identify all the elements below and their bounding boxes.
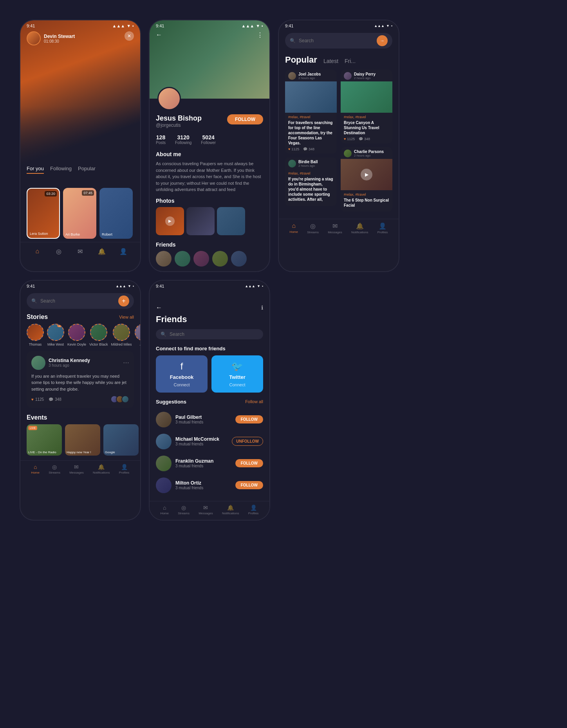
back-button[interactable]: ← xyxy=(156,31,162,38)
nav-home[interactable]: ⌂ Home xyxy=(290,222,298,234)
photo-1[interactable]: ▶ xyxy=(156,207,184,235)
nav-home[interactable]: ⌂ Home xyxy=(161,505,169,515)
tab-friends[interactable]: Fri... xyxy=(345,55,356,65)
nav-home[interactable]: ⌂ xyxy=(31,245,43,257)
photos-grid: ▶ xyxy=(156,207,263,235)
story-mildred[interactable]: Mildred Miles xyxy=(111,324,132,346)
friend-4[interactable] xyxy=(212,251,228,267)
follow-button[interactable]: FOLLOW xyxy=(227,114,263,124)
nav-notifications[interactable]: 🔔 xyxy=(96,245,108,257)
bell-icon: 🔔 xyxy=(227,505,234,511)
more-button[interactable]: ⋯ xyxy=(123,359,129,366)
profile-icon: 👤 xyxy=(121,464,128,470)
connect-row: f Facebook Connect 🐦 Twitter Connect xyxy=(150,355,269,399)
video-item-2[interactable]: 07:45 Ari Burke xyxy=(63,188,96,239)
search-bar[interactable]: 🔍 + xyxy=(27,293,134,309)
nav-profiles-label: Profiles xyxy=(119,471,130,474)
tab-popular[interactable]: Popular xyxy=(285,55,317,65)
nav-notifications[interactable]: 🔔 Notifications xyxy=(222,505,239,515)
friend-2[interactable] xyxy=(175,251,190,267)
friend-5[interactable] xyxy=(231,251,247,267)
twitter-connect-button[interactable]: 🐦 Twitter Connect xyxy=(211,355,263,393)
sug-mutual-milton: 3 mutual friends xyxy=(175,486,231,490)
story-jane[interactable]: Jane xyxy=(135,324,140,346)
add-button[interactable]: + xyxy=(118,296,129,306)
sug-name-milton: Milton Ortiz xyxy=(175,480,231,486)
tab-popular[interactable]: Popular xyxy=(78,166,96,174)
suggestions-header: Suggestions Follow all xyxy=(150,399,269,409)
event-1[interactable]: LIVE LIVE - On the Radio xyxy=(27,424,62,456)
comment-action[interactable]: 💬 348 xyxy=(49,397,61,402)
video-item-3[interactable]: Robert xyxy=(99,188,133,239)
nav-messages[interactable]: ✉ Messages xyxy=(199,505,213,515)
event-2[interactable]: Happy new Year ! xyxy=(65,424,100,456)
story-thomas[interactable]: Thomas xyxy=(27,324,44,346)
status-time: 9:41 xyxy=(156,284,164,288)
follow-all-button[interactable]: Follow all xyxy=(245,399,263,404)
tab-following[interactable]: Following xyxy=(50,166,72,174)
heart-icon-1: ♥ xyxy=(288,147,290,151)
story-mike[interactable]: 111 Mike West xyxy=(47,324,64,346)
heart-icon-2: ♥ xyxy=(344,137,346,141)
nav-messages[interactable]: ✉ xyxy=(74,245,86,257)
tab-for-you[interactable]: For you xyxy=(27,166,44,174)
friend-1[interactable] xyxy=(156,251,172,267)
back-button[interactable]: ← xyxy=(156,304,162,311)
event-3[interactable]: Google xyxy=(103,424,139,456)
story-victor[interactable]: Victor Black xyxy=(89,324,108,346)
photo-2[interactable] xyxy=(186,207,215,235)
phone-friends: 9:41 ▲▲▲ ▼ ▪ ← ℹ Friends 🔍 Connect to fi… xyxy=(149,280,270,521)
search-input[interactable] xyxy=(40,298,115,304)
nav-streams[interactable]: ◎ xyxy=(53,245,65,257)
video-item-1[interactable]: 03:20 Lera Sutton xyxy=(27,188,60,239)
like-action[interactable]: ♥ 1125 xyxy=(31,397,44,402)
author-name-2: Daisy Perry xyxy=(354,72,376,76)
news-image-2 xyxy=(341,81,392,113)
nav-streams[interactable]: ◎ Streams xyxy=(307,222,319,234)
user-details: Devin Stewart 01:08:30 xyxy=(44,34,75,43)
search-bar[interactable]: 🔍 xyxy=(156,329,263,339)
info-button[interactable]: ℹ xyxy=(261,305,263,311)
close-button[interactable]: ✕ xyxy=(125,31,134,41)
nav-streams[interactable]: ◎ Streams xyxy=(49,464,60,474)
view-all-button[interactable]: View all xyxy=(119,315,134,319)
facebook-name: Facebook xyxy=(170,374,194,380)
event-title-3: Google xyxy=(105,450,137,454)
follow-milton-button[interactable]: FOLLOW xyxy=(235,481,263,489)
tab-latest[interactable]: Latest xyxy=(323,55,338,65)
nav-profiles[interactable]: 👤 xyxy=(117,245,129,257)
follow-paul-button[interactable]: FOLLOW xyxy=(235,415,263,423)
author-name-3: Birdie Ball xyxy=(298,160,318,164)
story-kevin[interactable]: Kevin Doyle xyxy=(67,324,86,346)
search-button[interactable]: → xyxy=(377,35,388,46)
nav-profiles[interactable]: 👤 Profiles xyxy=(377,222,388,234)
nav-home[interactable]: ⌂ Home xyxy=(31,464,40,474)
nav-profiles[interactable]: 👤 Profiles xyxy=(119,464,130,474)
nav-notifications[interactable]: 🔔 Notifications xyxy=(93,464,110,474)
video-label-3: Robert xyxy=(102,232,112,236)
follow-franklin-button[interactable]: FOLLOW xyxy=(235,459,263,467)
facebook-connect-button[interactable]: f Facebook Connect xyxy=(156,355,208,393)
search-bar[interactable]: 🔍 → xyxy=(285,33,392,49)
phone-profile: 9:41 ▲▲▲ ▼ ▪ ← ⋮ Jesus Bishop @jorgecuti… xyxy=(149,20,270,272)
nav-messages[interactable]: ✉ Messages xyxy=(328,222,342,234)
home-icon: ⌂ xyxy=(163,505,166,511)
nav-streams-label: Streams xyxy=(178,512,190,515)
nav-messages[interactable]: ✉ Messages xyxy=(69,464,83,474)
nav-streams-label: Streams xyxy=(307,231,319,234)
friends-list xyxy=(156,251,263,267)
profile-stats: 128 Posts 3120 Following 5024 Follower xyxy=(156,134,263,145)
nav-streams[interactable]: ◎ Streams xyxy=(178,505,190,515)
navbar: ⌂ ◎ ✉ 🔔 👤 xyxy=(20,242,140,262)
news-tag-2: #relax, #travel xyxy=(344,115,389,119)
nav-notifications[interactable]: 🔔 Notifications xyxy=(351,222,368,234)
photo-3[interactable] xyxy=(217,207,245,235)
unfollow-michael-button[interactable]: UNFOLLOW xyxy=(232,437,263,446)
search-input[interactable] xyxy=(299,38,374,43)
status-time: 9:41 xyxy=(27,23,35,28)
more-button[interactable]: ⋮ xyxy=(257,31,263,39)
friend-3[interactable] xyxy=(193,251,209,267)
mini-avatar-3 xyxy=(121,395,129,403)
nav-profiles[interactable]: 👤 Profiles xyxy=(248,505,259,515)
search-input[interactable] xyxy=(170,332,258,337)
